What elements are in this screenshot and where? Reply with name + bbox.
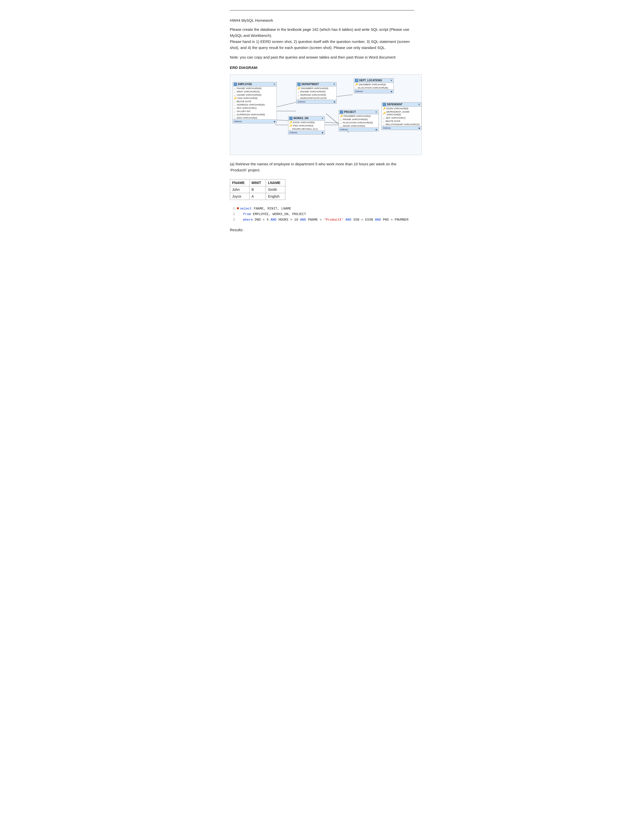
erd-dept-locations-indexes: Indexes	[354, 89, 393, 93]
table-cell: English	[266, 193, 285, 200]
intro-paragraph-1: Please create the database in the textbo…	[230, 26, 414, 51]
erd-field: DNUM VARCHAR(4)	[339, 124, 378, 127]
erd-table-dept-locations-header: DEPT_LOCATIONS ▼	[354, 79, 393, 83]
sql-kw-and-2: AND	[300, 218, 306, 222]
table-row: JoyceAEnglish	[230, 193, 285, 200]
table-cell: A	[249, 193, 266, 200]
sql-linenum-2: 2	[230, 212, 235, 217]
result-table: FNAME MINIT LNAME JohnBSmithJoyceAEnglis…	[230, 179, 285, 200]
diamond-icon	[340, 125, 342, 127]
project-filter-icon: ▼	[375, 111, 377, 113]
diamond-icon	[234, 91, 236, 93]
erd-field: HOURS DECIMAL (3,1)	[288, 127, 325, 130]
indexes-arrow	[334, 100, 335, 103]
key-icon: 🔑	[383, 107, 386, 110]
sql-kw-from: from	[243, 212, 251, 216]
erd-field: FNAME VARCHAR(45)	[233, 87, 277, 90]
erd-field: MGRSTARTDATE DATE	[296, 96, 336, 100]
homework-title: HW#4 MySQL Homework	[230, 18, 414, 23]
table-cell: Joyce	[230, 193, 250, 200]
erd-field: SUPERSSN VARCHAR(9)	[233, 113, 277, 116]
indexes-arrow	[376, 128, 377, 131]
diamond-icon	[234, 110, 236, 113]
svg-line-0	[275, 102, 296, 107]
erd-table-employee: EMPLOYEE ▼ FNAME VARCHAR(45) MINIT VARCH…	[233, 82, 277, 124]
col-header-lname: LNAME	[266, 180, 285, 186]
diamond-icon	[340, 122, 342, 124]
diamond-icon	[383, 120, 385, 122]
erd-field: SALARY INT	[233, 109, 277, 113]
diamond-icon	[234, 114, 236, 116]
erd-employee-indexes: Indexes	[233, 119, 277, 123]
erd-field: MINIT VARCHAR(10)	[233, 90, 277, 93]
result-table-header-row: FNAME MINIT LNAME	[230, 180, 285, 186]
diamond-icon	[234, 107, 236, 109]
sql-kw-where: where	[243, 218, 253, 222]
erd-field: 🔑SSN VARCHAR(9)	[233, 96, 277, 100]
sql-kw-and-1: AND	[270, 218, 276, 222]
table-row: JohnBSmith	[230, 186, 285, 193]
sql-line-3-text: where DNO = 5 AND HOURS > 10 AND PNAME =…	[243, 217, 408, 223]
erd-project-indexes: Indexes	[339, 127, 378, 131]
sql-line-1: 1 select FNAME, MINIT, LNAME	[230, 206, 414, 212]
table-cell: Smith	[266, 186, 285, 193]
diamond-icon	[298, 94, 299, 96]
sql-linenum-1: 1	[230, 206, 235, 211]
diamond-icon	[234, 104, 236, 106]
department-filter-icon: ▼	[333, 83, 335, 85]
erd-field: MGRSSN VARCHAR(9)	[296, 93, 336, 96]
erd-field: SEX VARCHAR(1)	[233, 106, 277, 109]
erd-table-dependent-header: DEPENDENT ▼	[382, 103, 421, 107]
sql-kw-select: select	[240, 207, 252, 211]
key-icon: 🔑	[298, 87, 300, 90]
erd-field: 🔑DSSN VARCHAR(9)	[382, 107, 421, 110]
erd-field: 🔑DNUMBER VARCHAR(4)	[296, 87, 336, 90]
erd-table-works-on: WORKS_ON ▼ 🔑ESSN VARCHAR(9) 🔑PNO VARCHAR…	[288, 116, 325, 135]
diamond-icon	[340, 118, 342, 121]
diamond-icon	[234, 87, 236, 89]
sql-kw-and-3: AND	[346, 218, 351, 222]
erd-works-on-indexes: Indexes	[288, 130, 325, 134]
sql-linenum-3: 3	[230, 217, 235, 222]
erd-field: 🔑DEPENDENT_NAME VARCHAR(9)	[382, 110, 421, 116]
question-a-text: (a) Retrieve the names of employee in de…	[230, 161, 414, 173]
erd-department-indexes: Indexes	[296, 100, 336, 103]
diamond-icon	[383, 124, 385, 125]
col-header-fname: FNAME	[230, 180, 250, 186]
works-on-filter-icon: ▼	[321, 117, 324, 120]
erd-field: PNAME VARCHAR(45)	[339, 117, 378, 121]
erd-table-dependent: DEPENDENT ▼ 🔑DSSN VARCHAR(9) 🔑DEPENDENT_…	[382, 102, 422, 130]
note-paragraph: Note: you can copy and past the queries …	[230, 54, 414, 60]
erd-table-employee-header: EMPLOYEE ▼	[233, 82, 277, 87]
indexes-arrow	[391, 90, 393, 93]
intro-text-1: Please create the database in the textbo…	[230, 27, 409, 38]
erd-field: PLOCATION VARCHAR(45)	[339, 121, 378, 124]
sql-code-block: 1 select FNAME, MINIT, LNAME 2 from EMPL…	[230, 206, 414, 223]
sql-line-1-text: select FNAME, MINIT, LNAME	[240, 206, 291, 212]
table-cell: John	[230, 186, 250, 193]
key-icon: 🔑	[383, 112, 386, 114]
erd-field: ADDRESS VARCHAR(45)	[233, 103, 277, 106]
diamond-icon	[234, 94, 236, 96]
col-header-minit: MINIT	[249, 180, 266, 186]
intro-text-2: Please hand in 1) EERD screen shot, 2) q…	[230, 39, 410, 50]
erd-field: 🔑PNO VARCHAR(4)	[288, 124, 325, 127]
diamond-icon	[234, 117, 236, 119]
erd-field: BDATE DATE	[382, 119, 421, 123]
diamond-icon	[355, 87, 357, 89]
diamond-icon	[298, 91, 299, 93]
indexes-arrow	[274, 120, 275, 123]
key-icon: 🔑	[290, 124, 292, 127]
sql-line-3: 3 where DNO = 5 AND HOURS > 10 AND PNAME…	[230, 217, 414, 223]
sql-kw-and-4: AND	[375, 218, 381, 222]
erd-field: LNAME VARCHAR(45)	[233, 93, 277, 96]
erd-table-works-on-header: WORKS_ON ▼	[288, 116, 325, 121]
key-icon: 🔑	[355, 83, 358, 86]
sql-line-2: 2 from EMPLOYEE, WORKS_ON, PROJECT	[230, 212, 414, 217]
erd-field: DNO VARCHAR(4)	[233, 116, 277, 119]
erd-field: SEX VARCHAR(1)	[382, 116, 421, 119]
key-icon: 🔑	[340, 115, 343, 117]
diamond-icon	[298, 97, 299, 99]
dept-locations-filter-icon: ▼	[390, 79, 393, 82]
erd-field: DLOCATION VARCHAR(45)	[354, 86, 393, 89]
